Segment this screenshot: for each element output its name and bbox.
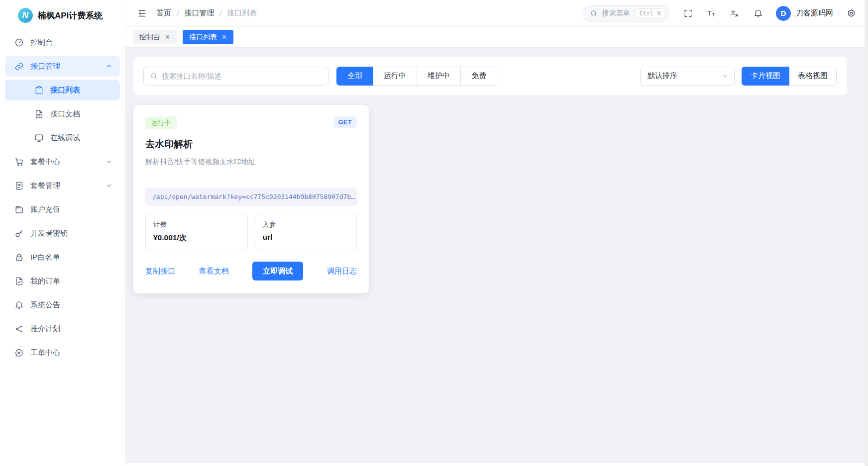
user-menu[interactable]: D 刀客源码网 — [776, 6, 833, 21]
sidebar-item-referral-plan[interactable]: 推介计划 — [5, 318, 120, 339]
toolbar-right: 默认排序 卡片视图 表格视图 — [640, 67, 837, 86]
sidebar-item-announcements[interactable]: 系统公告 — [5, 294, 120, 315]
fullscreen-icon — [683, 8, 693, 18]
api-endpoint[interactable]: /api/open/watermark?key=cc775c0203144b9b… — [145, 187, 357, 206]
order-icon — [14, 277, 24, 286]
stat-value: ¥0.001/次 — [153, 233, 240, 243]
sidebar-item-dashboard[interactable]: 控制台 — [5, 32, 120, 53]
sidebar-item-ip-whitelist[interactable]: IP白名单 — [5, 247, 120, 268]
api-search-input[interactable] — [162, 72, 322, 80]
sidebar-item-label: 控制台 — [30, 38, 53, 47]
font-size-button[interactable]: TT — [706, 8, 717, 19]
svg-text:T: T — [712, 12, 715, 17]
sort-select[interactable]: 默认排序 — [640, 67, 735, 86]
notification-icon — [754, 8, 763, 18]
sidebar-item-label: 账户充值 — [30, 205, 60, 214]
avatar: D — [776, 6, 791, 21]
sidebar-item-label: 推介计划 — [30, 324, 60, 334]
tabbar: 控制台 ✕ 接口列表 ✕ — [125, 27, 865, 48]
search-icon — [150, 72, 158, 80]
chevron-up-icon — [105, 62, 113, 70]
sidebar-item-developer-keys[interactable]: 开发者密钥 — [5, 223, 120, 244]
chevron-down-icon — [105, 182, 113, 189]
app-logo-icon: N — [18, 8, 33, 23]
call-logs-link[interactable]: 调用日志 — [327, 267, 357, 276]
main-content: 全部 运行中 维护中 免费 默认排序 卡片视图 表格视图 运行中 GET 去水印… — [125, 48, 865, 463]
breadcrumb-item[interactable]: 首页 — [156, 8, 171, 18]
topbar-right: 搜索菜单 Ctrl K TT 文A D 刀客源码网 — [582, 5, 857, 22]
username: 刀客源码网 — [796, 8, 833, 18]
sidebar-item-account-recharge[interactable]: 账户充值 — [5, 199, 120, 220]
close-icon[interactable]: ✕ — [165, 34, 170, 40]
sidebar-item-ticket-center[interactable]: 工单中心 — [5, 342, 120, 363]
bell-icon — [14, 300, 24, 310]
dashboard-icon — [14, 38, 24, 47]
api-description: 解析抖音/快手等短视频无水印地址 — [145, 157, 357, 167]
search-icon — [590, 9, 598, 17]
sidebar-item-api-docs[interactable]: 接口文档 — [5, 103, 120, 124]
filter-button-维护中[interactable]: 维护中 — [417, 67, 461, 86]
api-toolbar: 全部 运行中 维护中 免费 默认排序 卡片视图 表格视图 — [133, 57, 847, 95]
svg-text:A: A — [735, 13, 739, 18]
api-stats: 计费 ¥0.001/次 入参 url — [145, 214, 357, 250]
sidebar-item-label: 套餐中心 — [30, 157, 60, 167]
sidebar-item-label: 套餐管理 — [30, 181, 60, 190]
menu-search-placeholder: 搜索菜单 — [602, 9, 630, 18]
tab-控制台[interactable]: 控制台 ✕ — [133, 30, 177, 44]
breadcrumb-item[interactable]: 接口管理 — [184, 8, 214, 18]
translate-button[interactable]: 文A — [729, 8, 740, 19]
sidebar: N 楠枫API计费系统 控制台 接口管理 接口列表 接口文档 在线调试 套餐中心… — [0, 0, 125, 466]
api-title: 去水印解析 — [145, 138, 357, 151]
sidebar-item-package-center[interactable]: 套餐中心 — [5, 151, 120, 172]
sidebar-collapse-button[interactable] — [136, 8, 147, 19]
api-search-box[interactable] — [143, 67, 328, 86]
status-filter-group: 全部 运行中 维护中 免费 — [336, 67, 497, 86]
lock-icon — [14, 253, 24, 262]
fullscreen-button[interactable] — [682, 8, 693, 19]
copy-api-link[interactable]: 复制接口 — [145, 267, 175, 276]
cart-icon — [14, 157, 24, 167]
sidebar-item-package-management[interactable]: 套餐管理 — [5, 175, 120, 196]
close-icon[interactable]: ✕ — [221, 34, 227, 40]
app-title: 楠枫API计费系统 — [38, 10, 103, 21]
view-docs-link[interactable]: 查看文档 — [199, 267, 229, 276]
sidebar-nav: 控制台 接口管理 接口列表 接口文档 在线调试 套餐中心 套餐管理 账户充值 开 — [5, 32, 120, 363]
sidebar-item-label: 在线调试 — [50, 133, 80, 143]
menu-search[interactable]: 搜索菜单 Ctrl K — [582, 5, 670, 22]
stat-box: 入参 url — [255, 214, 357, 250]
sidebar-item-label: 接口列表 — [50, 86, 80, 95]
filter-button-全部[interactable]: 全部 — [336, 67, 373, 86]
tab-label: 控制台 — [139, 33, 160, 42]
debug-now-button[interactable]: 立即调试 — [252, 262, 303, 280]
api-actions: 复制接口查看文档立即调试调用日志 — [145, 262, 357, 280]
monitor-icon — [34, 133, 44, 143]
sidebar-item-label: 开发者密钥 — [30, 229, 68, 238]
bottom-strip — [125, 463, 865, 466]
topbar: 首页/接口管理/接口列表 搜索菜单 Ctrl K TT 文A D 刀客源码网 — [125, 0, 865, 27]
sidebar-item-online-debug[interactable]: 在线调试 — [5, 127, 120, 148]
view-button-表格视图[interactable]: 表格视图 — [789, 67, 837, 86]
sidebar-item-my-orders[interactable]: 我的订单 — [5, 271, 120, 291]
clipboard-icon — [34, 86, 44, 95]
tab-label: 接口列表 — [189, 33, 217, 42]
stat-value: url — [263, 233, 349, 242]
tab-接口列表[interactable]: 接口列表 ✕ — [183, 30, 233, 44]
page-scrollbar[interactable] — [865, 0, 868, 466]
settings-button[interactable] — [846, 8, 857, 19]
sidebar-item-api-management[interactable]: 接口管理 — [5, 56, 120, 77]
notification-button[interactable] — [753, 8, 763, 19]
sidebar-item-label: 接口管理 — [30, 62, 60, 71]
share-icon — [14, 324, 24, 334]
stat-label: 计费 — [153, 220, 240, 229]
breadcrumb-separator: / — [177, 9, 179, 17]
wallet-icon — [14, 205, 24, 214]
filter-button-运行中[interactable]: 运行中 — [373, 67, 417, 86]
view-button-卡片视图[interactable]: 卡片视图 — [742, 67, 789, 86]
breadcrumb-item: 接口列表 — [227, 8, 257, 18]
breadcrumb-separator: / — [219, 9, 221, 17]
sidebar-item-api-list[interactable]: 接口列表 — [5, 80, 120, 100]
stat-label: 入参 — [263, 220, 349, 229]
filter-button-免费[interactable]: 免费 — [460, 67, 497, 86]
breadcrumb: 首页/接口管理/接口列表 — [156, 8, 257, 18]
menu-search-shortcut: Ctrl K — [635, 8, 666, 18]
